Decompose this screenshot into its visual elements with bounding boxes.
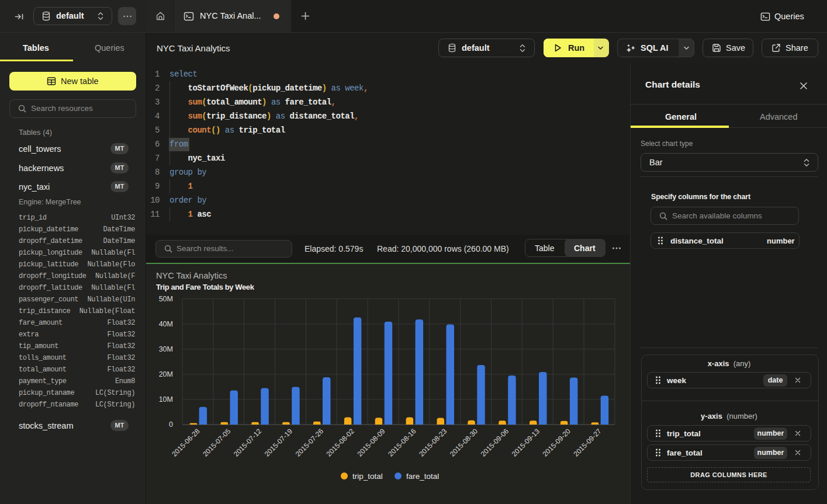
- svg-text:2015-07-05: 2015-07-05: [201, 427, 233, 458]
- svg-text:2015-09-06: 2015-09-06: [479, 427, 511, 458]
- svg-text:40M: 40M: [159, 320, 173, 328]
- svg-text:2015-08-23: 2015-08-23: [417, 427, 449, 458]
- svg-text:2015-09-27: 2015-09-27: [572, 427, 603, 458]
- svg-text:50M: 50M: [159, 295, 173, 303]
- svg-text:2015-09-20: 2015-09-20: [541, 427, 573, 458]
- svg-text:trip_total: trip_total: [352, 472, 383, 481]
- svg-text:2015-08-30: 2015-08-30: [448, 427, 480, 458]
- svg-text:2015-06-28: 2015-06-28: [170, 427, 202, 458]
- svg-text:0: 0: [169, 420, 173, 429]
- svg-text:2015-07-12: 2015-07-12: [232, 427, 264, 458]
- svg-text:20M: 20M: [159, 370, 173, 378]
- svg-text:2015-07-19: 2015-07-19: [263, 427, 295, 458]
- svg-text:2015-09-13: 2015-09-13: [510, 427, 542, 458]
- svg-text:fare_total: fare_total: [406, 472, 439, 481]
- svg-text:2015-07-26: 2015-07-26: [294, 427, 326, 458]
- svg-text:30M: 30M: [159, 345, 173, 353]
- svg-text:2015-08-09: 2015-08-09: [355, 427, 387, 458]
- svg-text:10M: 10M: [159, 395, 173, 404]
- svg-text:2015-08-16: 2015-08-16: [386, 427, 418, 458]
- svg-text:2015-08-02: 2015-08-02: [325, 427, 357, 458]
